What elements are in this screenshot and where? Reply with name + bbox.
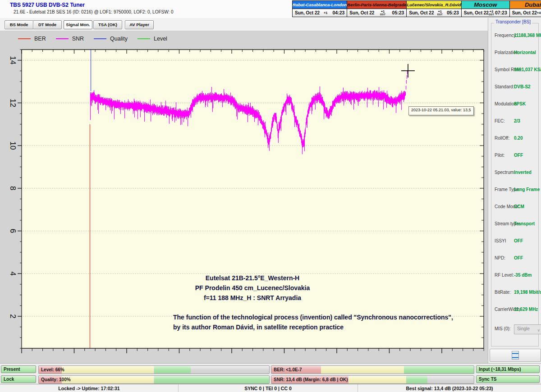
gauge-label: SNR: 13,4 dB (Margin: 6,8 dB | OK): [274, 376, 348, 383]
transport-list-button[interactable]: [490, 349, 541, 362]
window-title: TBS 5927 USB DVB-S2 Tuner: [10, 2, 85, 8]
gauge-label: Quality: 100%: [41, 376, 71, 383]
chevron-down-icon: ∨: [537, 326, 540, 334]
chart-annotation-left: The function of the technological proces…: [173, 312, 484, 332]
clock-panel: DubaiSun, Oct 22+407:23: [510, 0, 541, 17]
transponder-row: FEC:2/3: [488, 119, 541, 125]
transponder-value: 19,198 Mbit/s: [514, 290, 541, 295]
transponder-value: DVB-S2: [514, 84, 531, 89]
gauge-label: BER: <1.0E-7: [274, 366, 302, 374]
transponder-label: FEC:: [495, 119, 505, 123]
signal-monitor-panel: BERSNRQualityLevel 2468101214 Eutelsat 2…: [0, 31, 488, 363]
tab-av-player[interactable]: AV Player: [125, 20, 154, 29]
transponder-sidebar: Transponder [BS] Frequency:11188,368 MHz…: [488, 18, 541, 363]
transponder-row: RollOff:0.20: [488, 136, 541, 142]
clock-panel: Berlin-Paris-Vienna-BelgradeSun, Oct 22+…: [347, 0, 407, 17]
transponder-value: OFF: [514, 255, 523, 260]
transponder-row: Stream type:Transport: [488, 221, 541, 228]
transponder-value: 2/3: [514, 119, 520, 123]
transponder-value: -35 dBm: [514, 273, 532, 278]
transponder-group-title: Transponder [BS]: [494, 19, 532, 24]
clock-utc-offset: +4: [537, 11, 541, 15]
transponder-value: CCM: [514, 204, 524, 209]
clock-city-label: Dubai: [510, 1, 541, 9]
signal-status-bars: PresentLevel: 66%BER: <1.0E-7Input (~18,…: [0, 363, 541, 384]
annotation-line: f=11 188 MHz_H : SNRT Arryadia: [153, 293, 352, 303]
transponder-row: CarrierWidth:11,629 MHz: [488, 307, 541, 313]
clock-time: 05:23: [447, 10, 459, 15]
clock-panel: Rabat-Casablanca-LondonSun, Oct 22+104:2…: [292, 0, 347, 17]
annotation-line: The function of the technological proces…: [173, 312, 484, 322]
svg-text:6: 6: [9, 229, 17, 233]
tab-dt-mode[interactable]: DT Mode: [33, 20, 62, 29]
clock-time-row: Sun, Oct 22+3DST07:23: [462, 9, 509, 17]
transponder-label: Standard:: [495, 84, 514, 89]
gauge-quality: Quality: 100%: [38, 375, 270, 384]
clock-city-label: Lučenec/Slovakia_R.Dávid: [407, 1, 461, 9]
clock-utc-offset: +1: [324, 11, 328, 15]
badge-input-18-31-mbps-: Input (~18,31 Mbps): [476, 365, 540, 373]
world-clocks: Rabat-Casablanca-LondonSun, Oct 22+104:2…: [292, 0, 541, 17]
clock-city-label: Rabat-Casablanca-London: [293, 1, 347, 9]
tab-bar: BS ModeDT ModeSignal Mon.TSA (OK)AV Play…: [0, 18, 488, 31]
clock-date: Sun, Oct 22: [295, 10, 320, 15]
mis-dropdown[interactable]: Single ∨: [514, 324, 541, 334]
transponder-label: Pilot:: [495, 153, 504, 158]
transponder-label: BitRate:: [495, 290, 511, 295]
transponder-row: Code Mode:CCM: [488, 204, 541, 210]
transponder-value: OFF: [514, 153, 523, 158]
clock-panel: Lučenec/Slovakia_R.DávidSun, Oct 22+1DST…: [407, 0, 461, 17]
gauge-level: Level: 66%: [38, 365, 270, 374]
clock-utc-offset: +3DST: [489, 10, 494, 16]
clock-panel: MoscowSun, Oct 22+3DST07:23: [462, 0, 510, 17]
transponder-row: Modulation:8PSK: [488, 101, 541, 108]
clock-utc-offset: +1DST: [437, 10, 443, 16]
transponder-row: Symbol Rate:9691,037 KS/s: [488, 67, 541, 73]
transponder-row: Frequency:11188,368 MHz: [488, 33, 541, 39]
clock-date: Sun, Oct 22: [464, 10, 489, 15]
transponder-value: 8PSK: [514, 101, 526, 106]
svg-text:2: 2: [9, 314, 17, 318]
transponder-value: OFF: [514, 238, 523, 243]
svg-text:12: 12: [9, 99, 17, 107]
transponder-value: 9691,037 KS/s: [514, 67, 541, 72]
chart-annotation-center: Eutelsat 21B-21.5°E_Western-HPF Prodelin…: [153, 273, 352, 303]
mis-dropdown-value: Single: [517, 326, 530, 331]
transponder-label: NPD:: [495, 255, 505, 260]
badge-sync-ts: Sync TS: [476, 375, 540, 383]
transponder-row: Spectrum:Inverted: [488, 170, 541, 176]
clock-utc-offset: +1DST: [380, 10, 385, 16]
mis-label: MIS (0):: [495, 326, 511, 331]
clock-time-row: Sun, Oct 22+407:23: [510, 9, 541, 17]
transponder-value: 0.20: [514, 136, 523, 141]
transponder-value: Inverted: [514, 170, 532, 175]
clock-city-label: Berlin-Paris-Vienna-Belgrade: [347, 1, 406, 9]
clock-date: Sun, Oct 22: [409, 10, 434, 15]
status-bar: Locked -> Uptime: 17:02:31 SYNC 0 | TEI …: [0, 384, 541, 392]
annotation-line: PF Prodelin 450 cm_Lucenec/Slovakia: [153, 283, 352, 293]
status-best-signal: Best signal: 13,4 dB (2023-10-22 05:23): [358, 384, 541, 392]
clock-time-row: Sun, Oct 22+104:23: [293, 9, 347, 17]
clock-time: 05:23: [392, 10, 404, 15]
transponder-value: Long Frame: [514, 187, 540, 192]
gauge-snr: SNR: 13,4 dB (Margin: 6,8 dB | OK): [271, 375, 474, 384]
transponder-row: RF Level:-35 dBm: [488, 273, 541, 279]
transponder-row: NPD:OFF: [488, 255, 541, 262]
transponder-row: ISSYIOFF: [488, 238, 541, 245]
tab-signal-mon-[interactable]: Signal Mon.: [64, 20, 92, 29]
annotation-line: by its author Roman Dávid, in satellite …: [173, 322, 484, 332]
transponder-value: Horizontal: [514, 50, 536, 55]
transponder-value: 11,629 MHz: [514, 307, 538, 312]
transponder-row: Pilot:OFF: [488, 153, 541, 159]
badge-lock: Lock: [1, 375, 36, 383]
svg-text:10: 10: [9, 141, 17, 150]
transponder-value: Transport: [514, 221, 535, 226]
transponder-label: ISSYI: [495, 238, 506, 243]
transponder-row: Standard:DVB-S2: [488, 84, 541, 91]
transport-list-icon: [512, 351, 519, 360]
tab-bs-mode[interactable]: BS Mode: [5, 20, 33, 29]
gauge-ber: BER: <1.0E-7: [271, 365, 474, 374]
tab-tsa-ok-[interactable]: TSA (OK): [93, 20, 122, 29]
clock-time: 07:23: [495, 10, 507, 15]
clock-time-row: Sun, Oct 22+1DST05:23: [347, 9, 406, 17]
